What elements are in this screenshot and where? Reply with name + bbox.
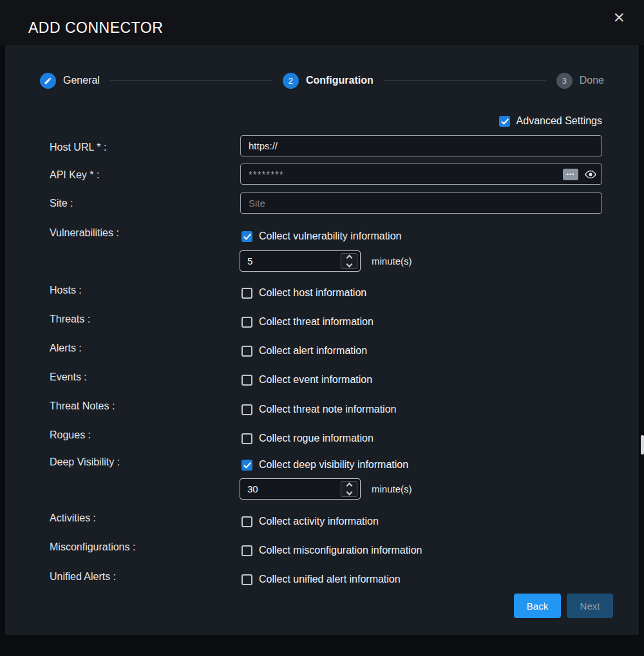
deep-visibility-checkbox-row[interactable]: Collect deep visibility information <box>242 458 408 472</box>
hosts-checkbox-row[interactable]: Collect host information <box>242 286 366 300</box>
misconfigurations-checkbox[interactable] <box>242 545 252 556</box>
site-input[interactable] <box>240 192 602 214</box>
alerts-checkbox-label[interactable]: Collect alert information <box>259 345 367 357</box>
advanced-settings-label[interactable]: Advanced Settings <box>516 115 602 127</box>
threats-checkbox[interactable] <box>242 317 252 328</box>
deep-visibility-interval-input[interactable]: 30 <box>240 478 361 500</box>
chevron-down-icon[interactable] <box>346 489 352 496</box>
step-number-2: 2 <box>283 73 299 89</box>
eye-icon[interactable] <box>583 167 598 182</box>
vulnerabilities-interval-input[interactable]: 5 <box>240 250 361 272</box>
api-key-input[interactable] <box>249 169 558 180</box>
close-icon[interactable]: × <box>613 8 625 27</box>
activities-checkbox-row[interactable]: Collect activity information <box>242 514 379 529</box>
field-label-rogues: Rogues : <box>50 429 91 441</box>
number-stepper[interactable] <box>341 481 357 497</box>
alerts-checkbox-row[interactable]: Collect alert information <box>242 344 367 358</box>
chevron-down-icon[interactable] <box>346 261 352 268</box>
threat-notes-checkbox[interactable] <box>242 404 252 415</box>
threats-checkbox-label[interactable]: Collect threat information <box>259 316 374 328</box>
api-key-field: ••• <box>240 164 602 185</box>
field-label-deep-visibility: Deep Visibility : <box>50 456 120 468</box>
step-label-configuration: Configuration <box>306 75 374 86</box>
unified-alerts-checkbox[interactable] <box>242 574 252 585</box>
chevron-up-icon[interactable] <box>346 483 352 489</box>
number-stepper[interactable] <box>341 253 357 269</box>
deep-visibility-checkbox[interactable] <box>242 460 252 471</box>
step-number-3: 3 <box>556 73 573 89</box>
deep-visibility-checkbox-label[interactable]: Collect deep visibility information <box>259 459 408 471</box>
more-options-icon[interactable]: ••• <box>563 169 578 180</box>
field-label-alerts: Alerts : <box>50 342 82 354</box>
events-checkbox-label[interactable]: Collect event information <box>259 374 372 386</box>
unified-alerts-checkbox-label[interactable]: Collect unified alert information <box>259 574 401 585</box>
field-label-activities: Activities : <box>50 512 96 524</box>
step-label-general: General <box>63 75 100 86</box>
host-url-input[interactable] <box>240 135 602 156</box>
threats-checkbox-row[interactable]: Collect threat information <box>242 315 374 329</box>
step-configuration[interactable]: 2 Configuration <box>283 73 374 89</box>
alerts-checkbox[interactable] <box>242 346 252 357</box>
vulnerabilities-checkbox[interactable] <box>242 231 252 242</box>
advanced-settings-checkbox[interactable] <box>499 116 510 127</box>
field-label-misconfigurations: Misconfigurations : <box>50 541 135 553</box>
interval-unit-label: minute(s) <box>372 256 412 267</box>
activities-checkbox[interactable] <box>242 516 252 527</box>
field-label-api-key: API Key * : <box>50 169 99 181</box>
unified-alerts-checkbox-row[interactable]: Collect unified alert information <box>242 572 401 586</box>
scrollbar-thumb[interactable] <box>641 435 644 455</box>
hosts-checkbox[interactable] <box>242 288 252 299</box>
field-label-events: Events : <box>50 371 87 383</box>
field-label-threat-notes: Threat Notes : <box>50 400 115 412</box>
stepper-connector <box>384 80 546 81</box>
field-label-hosts: Hosts : <box>50 285 82 296</box>
pencil-icon <box>40 73 56 89</box>
events-checkbox-row[interactable]: Collect event information <box>242 373 372 387</box>
rogues-checkbox-label[interactable]: Collect rogue information <box>259 433 374 444</box>
threat-notes-checkbox-row[interactable]: Collect threat note information <box>242 402 396 417</box>
field-label-host-url: Host URL * : <box>50 142 106 153</box>
activities-checkbox-label[interactable]: Collect activity information <box>259 516 379 527</box>
step-label-done: Done <box>580 75 604 86</box>
rogues-checkbox-row[interactable]: Collect rogue information <box>242 431 374 445</box>
back-button[interactable]: Back <box>514 594 561 618</box>
threat-notes-checkbox-label[interactable]: Collect threat note information <box>259 404 396 415</box>
misconfigurations-checkbox-row[interactable]: Collect misconfiguration information <box>242 543 422 558</box>
modal-title: ADD CONNECTOR <box>28 19 163 37</box>
vulnerabilities-checkbox-label[interactable]: Collect vulnerability information <box>259 230 401 242</box>
interval-unit-label: minute(s) <box>372 483 412 494</box>
interval-value: 30 <box>247 483 341 494</box>
advanced-settings-row[interactable]: Advanced Settings <box>499 115 602 127</box>
step-done[interactable]: 3 Done <box>556 73 604 89</box>
next-button[interactable]: Next <box>567 594 613 618</box>
wizard-stepper: General 2 Configuration 3 Done <box>40 70 604 91</box>
misconfigurations-checkbox-label[interactable]: Collect misconfiguration information <box>259 545 422 556</box>
field-label-unified-alerts: Unified Alerts : <box>50 571 116 583</box>
vulnerabilities-checkbox-row[interactable]: Collect vulnerability information <box>242 229 401 243</box>
events-checkbox[interactable] <box>242 375 252 386</box>
stepper-connector <box>110 80 272 81</box>
chevron-up-icon[interactable] <box>346 255 352 261</box>
hosts-checkbox-label[interactable]: Collect host information <box>259 287 366 299</box>
field-label-site: Site : <box>50 198 73 209</box>
field-label-threats: Threats : <box>50 314 90 325</box>
rogues-checkbox[interactable] <box>242 433 252 444</box>
step-general[interactable]: General <box>40 73 100 89</box>
field-label-vulnerabilities: Vulnerabilities : <box>50 227 119 239</box>
modal-header: ADD CONNECTOR × <box>0 0 644 45</box>
interval-value: 5 <box>247 256 341 267</box>
